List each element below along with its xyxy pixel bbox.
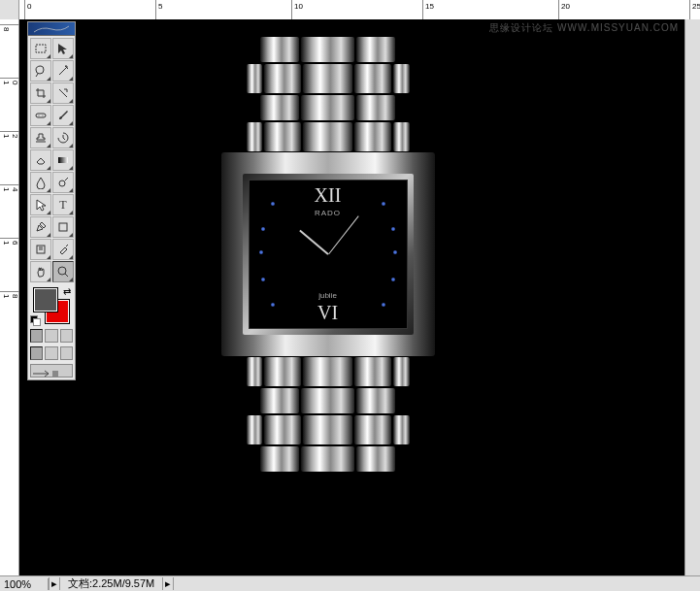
brand-text: RADO xyxy=(315,209,341,217)
magic-wand-tool[interactable] xyxy=(52,60,74,82)
path-select-icon xyxy=(34,198,48,212)
bracelet-bottom xyxy=(246,356,411,473)
shape-icon xyxy=(56,220,70,234)
toolbox-header[interactable] xyxy=(28,22,75,36)
dodge-icon xyxy=(56,176,70,189)
imageready-icon xyxy=(31,369,60,378)
screen-full-button[interactable] xyxy=(60,346,73,360)
clone-stamp-icon xyxy=(34,131,48,145)
doc-label: 文档: xyxy=(68,577,92,589)
healing-brush-icon xyxy=(34,109,48,122)
default-colors-icon[interactable] xyxy=(30,315,40,325)
bracelet-top xyxy=(246,36,411,152)
quick-mask-button[interactable] xyxy=(45,329,57,343)
history-brush-tool[interactable] xyxy=(52,127,74,148)
feather-icon xyxy=(32,24,71,34)
clone-stamp-tool[interactable] xyxy=(30,127,51,148)
svg-point-3 xyxy=(43,115,44,116)
horizontal-ruler[interactable]: 0 5 10 15 20 25 xyxy=(19,0,700,19)
svg-rect-4 xyxy=(58,157,68,163)
document-info[interactable]: 文档:2.25M/9.57M xyxy=(60,576,162,591)
crop-icon xyxy=(34,86,48,100)
left-ruler-bar: 8 10 12 14 16 18 xyxy=(0,19,19,575)
eyedropper-tool[interactable] xyxy=(52,239,74,260)
numeral-6: VI xyxy=(317,302,338,324)
status-menu-arrow[interactable]: ▸ xyxy=(49,577,60,590)
path-select-tool[interactable] xyxy=(30,194,51,215)
move-tool[interactable] xyxy=(52,38,74,59)
subtitle-text: jubiie xyxy=(318,291,337,300)
status-flyout-arrow[interactable]: ▸ xyxy=(162,577,174,590)
gradient-icon xyxy=(56,153,70,167)
type-tool[interactable]: T xyxy=(52,194,74,215)
jump-to-imageready-button[interactable] xyxy=(30,364,73,378)
eraser-tool[interactable] xyxy=(30,149,51,171)
pen-tool[interactable] xyxy=(30,216,51,238)
history-brush-icon xyxy=(56,131,70,145)
slice-tool[interactable] xyxy=(52,82,74,104)
canvas[interactable]: 思缘设计论坛 WWW.MISSYUAN.COM XII RADO jubiie … xyxy=(19,19,684,575)
doc-size: 2.25M/9.57M xyxy=(92,577,154,589)
lasso-icon xyxy=(34,64,48,78)
dodge-tool[interactable] xyxy=(52,172,74,193)
mode-button-3[interactable] xyxy=(60,329,73,343)
foreground-color[interactable] xyxy=(34,288,57,312)
pen-icon xyxy=(34,220,48,234)
screen-standard-button[interactable] xyxy=(30,346,43,360)
gradient-tool[interactable] xyxy=(52,149,74,171)
marquee-rect-tool[interactable] xyxy=(30,38,51,59)
brush-icon xyxy=(56,109,70,122)
svg-text:T: T xyxy=(59,198,67,212)
watch-case: XII RADO jubiie VI xyxy=(221,152,435,356)
svg-rect-10 xyxy=(52,371,58,377)
notes-icon xyxy=(34,243,48,256)
magic-wand-icon xyxy=(56,64,70,78)
vertical-ruler[interactable]: 8 10 12 14 16 18 xyxy=(0,19,19,575)
blur-tool[interactable] xyxy=(30,172,51,193)
lasso-tool[interactable] xyxy=(30,60,51,82)
svg-point-2 xyxy=(39,115,40,116)
ruler-origin[interactable] xyxy=(0,0,19,19)
eraser-icon xyxy=(34,153,48,167)
eyedropper-icon xyxy=(56,243,70,256)
shape-tool[interactable] xyxy=(52,216,74,238)
move-icon xyxy=(56,42,70,55)
watch-bezel: XII RADO jubiie VI xyxy=(243,174,414,335)
vertical-scrollbar[interactable] xyxy=(684,19,700,575)
top-ruler-bar: 0 5 10 15 20 25 xyxy=(0,0,700,19)
blur-icon xyxy=(34,176,48,189)
edit-mode-row xyxy=(28,327,75,345)
crop-tool[interactable] xyxy=(30,82,51,104)
svg-rect-0 xyxy=(36,45,46,52)
healing-brush-tool[interactable] xyxy=(30,105,51,126)
standard-mode-button[interactable] xyxy=(30,329,43,343)
svg-point-5 xyxy=(59,181,65,186)
color-picker-section: ⇄ xyxy=(28,284,75,327)
screen-full-menu-button[interactable] xyxy=(45,346,57,360)
slice-icon xyxy=(56,86,70,100)
notes-tool[interactable] xyxy=(30,239,51,260)
hand-tool[interactable] xyxy=(30,261,51,282)
type-icon: T xyxy=(56,198,70,212)
zoom-level[interactable]: 100% xyxy=(0,578,49,590)
zoom-tool[interactable] xyxy=(52,261,74,282)
svg-rect-7 xyxy=(59,223,67,231)
status-bar: 100% ▸ 文档:2.25M/9.57M ▸ xyxy=(0,575,700,591)
watermark-text: 思缘设计论坛 WWW.MISSYUAN.COM xyxy=(489,21,679,35)
watch-dial: XII RADO jubiie VI xyxy=(249,180,408,329)
screen-mode-row xyxy=(28,345,75,362)
brush-tool[interactable] xyxy=(52,105,74,126)
numeral-12: XII xyxy=(315,184,342,207)
svg-point-9 xyxy=(58,267,66,275)
watch-artwork: XII RADO jubiie VI xyxy=(246,36,459,473)
svg-rect-1 xyxy=(36,114,46,117)
zoom-icon xyxy=(56,265,70,279)
jump-row xyxy=(28,362,75,379)
hand-icon xyxy=(34,265,48,279)
swap-colors-icon[interactable]: ⇄ xyxy=(63,286,71,297)
marquee-rect-icon xyxy=(34,42,48,55)
toolbox-panel[interactable]: T ⇄ xyxy=(27,21,76,380)
